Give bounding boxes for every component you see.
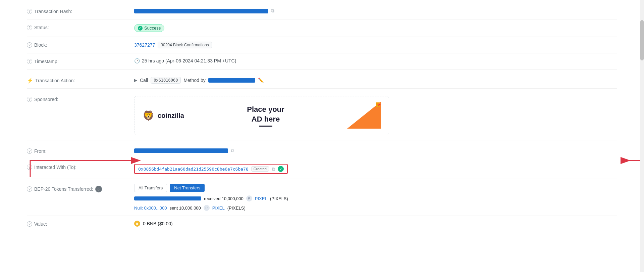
from-label: ? From: — [27, 148, 134, 154]
transaction-hash-label: ? Transaction Hash: — [27, 8, 134, 14]
tokens-tabs: All Transfers Net Transfers — [134, 184, 205, 192]
status-row: ? Status: ✓ Success — [27, 19, 617, 37]
pixel-token-icon-1: P — [246, 195, 252, 201]
all-transfers-tab[interactable]: All Transfers — [134, 184, 167, 192]
transaction-hash-value: ⧉ — [134, 8, 617, 14]
tokens-value: All Transfers Net Transfers received 10,… — [134, 184, 617, 211]
scrollbar-thumb[interactable] — [640, 20, 644, 60]
edit-icon[interactable]: ✏️ — [258, 78, 264, 83]
help-icon-tx[interactable]: ? — [27, 9, 32, 14]
interacted-address[interactable]: 0x0856bd4fab21aa60dad21d25590c8be6e7c6ba… — [138, 167, 249, 172]
ad-text-block: Place your AD here — [247, 105, 284, 126]
timestamp-value: 🕐 25 hrs ago (Apr-06-2024 04:21:33 PM +U… — [134, 58, 617, 63]
left-arrow-svg — [27, 159, 134, 179]
interacted-with-value: 0x0856bd4fab21aa60dad21d25590c8be6e7c6ba… — [134, 164, 617, 174]
from-value: ⧉ — [134, 148, 617, 153]
block-confirmations-badge: 30204 Block Confirmations — [158, 42, 212, 48]
copy-hash-icon[interactable]: ⧉ — [271, 8, 274, 14]
ad-text: Place your AD here — [247, 105, 284, 124]
help-icon-timestamp[interactable]: ? — [27, 59, 32, 64]
value-label: ? Value: — [27, 221, 134, 227]
timestamp-text: 🕐 25 hrs ago (Apr-06-2024 04:21:33 PM +U… — [134, 58, 236, 63]
help-icon-sponsored[interactable]: ? — [27, 97, 32, 102]
block-number-link[interactable]: 37627277 — [134, 42, 155, 48]
help-icon-status[interactable]: ? — [27, 25, 32, 30]
transaction-action-label: ⚡ Transaction Action: — [27, 77, 134, 84]
sponsored-label: ? Sponsored: — [27, 96, 134, 102]
transfer-address-bar-1 — [134, 196, 201, 200]
block-value: 37627277 30204 Block Confirmations — [134, 42, 617, 48]
ad-banner[interactable]: 🦁 coinzilla Place your AD here — [134, 96, 389, 135]
method-bar — [208, 78, 255, 83]
ad-triangle-graphic: 📌 — [347, 102, 381, 130]
transfer-sent-label: sent 10,000,000 — [170, 206, 201, 211]
lightning-icon: ⚡ — [27, 78, 33, 84]
pixel-token-link-1[interactable]: PIXEL — [255, 196, 267, 201]
created-badge: Created — [251, 166, 269, 172]
check-circle-icon: ✓ — [138, 26, 143, 31]
timestamp-label: ? Timestamp: — [27, 58, 134, 64]
method-code-badge: 0x61016060 — [151, 77, 181, 84]
status-value: ✓ Success — [134, 24, 617, 32]
status-label: ? Status: — [27, 24, 134, 30]
sponsored-row: ? Sponsored: 🦁 coinzilla Place your AD h… — [27, 91, 617, 140]
transaction-action-value: ▶ Call 0x61016060 Method by ✏️ — [134, 77, 617, 84]
null-address-link[interactable]: Null: 0x000...000 — [134, 206, 167, 211]
tokens-transferred-row: ? BEP-20 Tokens Transferred: 3 All Trans… — [27, 179, 617, 216]
from-row: ? From: ⧉ — [27, 143, 617, 159]
bnb-icon: B — [134, 221, 140, 227]
transfer-item-1: received 10,000,000 P PIXEL (PIXELS) — [134, 195, 288, 201]
content-area: ? Transaction Hash: ⧉ ? Status: ✓ Succes… — [0, 0, 644, 235]
coinzilla-emoji: 🦁 — [143, 110, 154, 121]
block-label: ? Block: — [27, 42, 134, 48]
arrow-right-icon: ▶ — [134, 78, 137, 83]
help-icon-from[interactable]: ? — [27, 148, 32, 154]
svg-text:📌: 📌 — [377, 103, 381, 107]
coinzilla-logo: 🦁 coinzilla — [143, 110, 184, 121]
spacer1 — [27, 70, 617, 72]
tx-hash-bar — [134, 9, 268, 13]
scrollbar[interactable] — [640, 0, 644, 272]
coinzilla-text: coinzilla — [158, 112, 184, 120]
clock-icon: 🕐 — [134, 58, 140, 63]
help-icon-block[interactable]: ? — [27, 42, 32, 48]
from-address-bar — [134, 148, 228, 153]
tokens-count-badge: 3 — [95, 186, 102, 192]
interacted-with-row: ? Interacted With (To): 0x0856bd4fab21aa… — [27, 159, 617, 179]
pixel-token-icon-2: P — [204, 205, 210, 211]
verified-check-icon: ✓ — [278, 166, 284, 172]
net-transfers-tab[interactable]: Net Transfers — [170, 184, 205, 192]
pixel-ticker-1: (PIXELS) — [270, 196, 288, 201]
transaction-action-row: ⚡ Transaction Action: ▶ Call 0x61016060 … — [27, 72, 617, 89]
status-badge: ✓ Success — [134, 24, 164, 32]
page-wrapper: ? Transaction Hash: ⧉ ? Status: ✓ Succes… — [0, 0, 644, 272]
block-row: ? Block: 37627277 30204 Block Confirmati… — [27, 37, 617, 53]
call-label: Call — [140, 78, 148, 83]
copy-interacted-icon[interactable]: ⧉ — [272, 166, 275, 172]
pixel-ticker-2: (PIXELS) — [227, 206, 246, 211]
help-icon-value[interactable]: ? — [27, 221, 32, 227]
copy-from-icon[interactable]: ⧉ — [231, 148, 234, 153]
timestamp-row: ? Timestamp: 🕐 25 hrs ago (Apr-06-2024 0… — [27, 53, 617, 70]
method-by-label: Method by — [183, 78, 205, 83]
pixel-token-link-2[interactable]: PIXEL — [212, 206, 225, 211]
spacer3 — [27, 140, 617, 143]
value-row: ? Value: B 0 BNB ($0.00) — [27, 216, 617, 232]
help-icon-tokens[interactable]: ? — [27, 186, 32, 192]
tokens-transferred-label: ? BEP-20 Tokens Transferred: 3 — [27, 184, 134, 192]
value-value: B 0 BNB ($0.00) — [134, 221, 617, 227]
spacer2 — [27, 89, 617, 91]
ad-underline — [259, 126, 272, 127]
transfer-item-2: Null: 0x000...000 sent 10,000,000 P PIXE… — [134, 205, 246, 211]
interacted-address-box: 0x0856bd4fab21aa60dad21d25590c8be6e7c6ba… — [134, 164, 288, 174]
sponsored-value: 🦁 coinzilla Place your AD here — [134, 96, 617, 135]
transaction-hash-row: ? Transaction Hash: ⧉ — [27, 3, 617, 19]
transfer-received-label: received 10,000,000 — [204, 196, 244, 201]
